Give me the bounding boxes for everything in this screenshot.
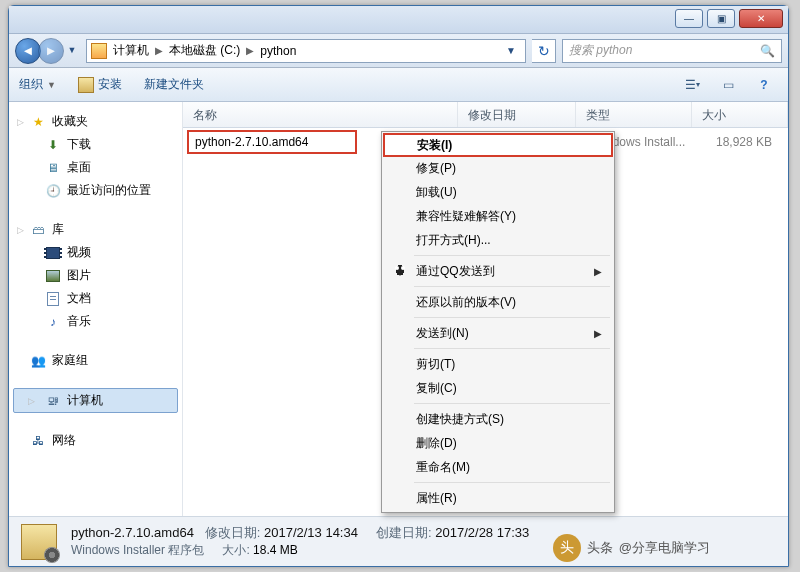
col-size[interactable]: 大小 (692, 102, 788, 127)
watermark-prefix: 头条 (587, 539, 613, 557)
installer-large-icon (21, 524, 57, 560)
ctx-openwith[interactable]: 打开方式(H)... (384, 228, 612, 252)
status-created-label: 创建日期: (376, 525, 432, 540)
video-icon (46, 247, 60, 259)
sidebar-favorites-header[interactable]: ▷★收藏夹 (9, 110, 182, 133)
separator (414, 317, 610, 318)
chevron-right-icon[interactable]: ▶ (240, 45, 260, 56)
preview-pane-button[interactable]: ▭ (714, 74, 742, 96)
titlebar: — ▣ ✕ (9, 6, 788, 34)
status-modified-value: 2017/2/13 14:34 (264, 525, 358, 540)
col-name[interactable]: 名称 (183, 102, 458, 127)
sidebar-item-computer[interactable]: ▷🖳计算机 (13, 388, 178, 413)
forward-button[interactable]: ► (38, 38, 64, 64)
breadcrumb[interactable]: 本地磁盘 (C:) (169, 42, 240, 59)
address-bar: ◄ ► ▼ 计算机▶ 本地磁盘 (C:)▶ python ▼ ↻ 搜索 pyth… (9, 34, 788, 68)
close-button[interactable]: ✕ (739, 9, 783, 28)
separator (414, 286, 610, 287)
sidebar-item-pictures[interactable]: 图片 (9, 264, 182, 287)
sidebar-item-music[interactable]: ♪音乐 (9, 310, 182, 333)
ctx-cut[interactable]: 剪切(T) (384, 352, 612, 376)
sidebar-item-recent[interactable]: 🕘最近访问的位置 (9, 179, 182, 202)
address-box[interactable]: 计算机▶ 本地磁盘 (C:)▶ python ▼ (86, 39, 526, 63)
ctx-copy[interactable]: 复制(C) (384, 376, 612, 400)
ctx-delete[interactable]: 删除(D) (384, 431, 612, 455)
file-name-highlight[interactable]: python-2.7.10.amd64 (187, 130, 357, 154)
col-type[interactable]: 类型 (576, 102, 692, 127)
ctx-shortcut[interactable]: 创建快捷方式(S) (384, 407, 612, 431)
separator (414, 348, 610, 349)
sidebar-item-documents[interactable]: 文档 (9, 287, 182, 310)
view-options-button[interactable]: ☰ ▾ (678, 74, 706, 96)
status-size-label: 大小: (222, 543, 249, 557)
music-icon: ♪ (45, 314, 61, 330)
document-icon (47, 292, 59, 306)
sidebar: ▷★收藏夹 ⬇下载 🖥桌面 🕘最近访问的位置 ▷🗃库 视频 图片 文档 ♪音乐 … (9, 102, 183, 516)
ctx-repair[interactable]: 修复(P) (384, 156, 612, 180)
watermark: 头 头条 @分享电脑学习 (553, 534, 710, 562)
status-filetype: Windows Installer 程序包 (71, 542, 204, 559)
status-size-value: 18.4 MB (253, 543, 298, 557)
search-input[interactable]: 搜索 python 🔍 (562, 39, 782, 63)
help-button[interactable]: ? (750, 74, 778, 96)
search-placeholder: 搜索 python (569, 42, 632, 59)
install-button[interactable]: 安装 (78, 76, 122, 93)
sidebar-network-header[interactable]: ▷🖧网络 (9, 429, 182, 452)
sidebar-item-desktop[interactable]: 🖥桌面 (9, 156, 182, 179)
folder-icon (91, 43, 107, 59)
ctx-install[interactable]: 安装(I) (383, 133, 613, 157)
ctx-qqsend[interactable]: 通过QQ发送到▶ (384, 259, 612, 283)
window-controls: — ▣ ✕ (670, 6, 788, 33)
file-size: 18,928 KB (698, 135, 782, 149)
breadcrumb[interactable]: python (260, 44, 296, 58)
separator (414, 482, 610, 483)
sidebar-item-downloads[interactable]: ⬇下载 (9, 133, 182, 156)
organize-button[interactable]: 组织 ▼ (19, 76, 56, 93)
avatar-icon: 头 (553, 534, 581, 562)
sidebar-homegroup-header[interactable]: ▷👥家庭组 (9, 349, 182, 372)
new-folder-button[interactable]: 新建文件夹 (144, 76, 204, 93)
separator (414, 403, 610, 404)
chevron-right-icon[interactable]: ▶ (149, 45, 169, 56)
recent-icon: 🕘 (45, 183, 61, 199)
nav-history-dropdown[interactable]: ▼ (64, 38, 80, 62)
nav-buttons: ◄ ► ▼ (15, 38, 80, 64)
ctx-compat[interactable]: 兼容性疑难解答(Y) (384, 204, 612, 228)
breadcrumb[interactable]: 计算机 (113, 42, 149, 59)
minimize-button[interactable]: — (675, 9, 703, 28)
ctx-sendto[interactable]: 发送到(N)▶ (384, 321, 612, 345)
homegroup-icon: 👥 (30, 353, 46, 369)
refresh-button[interactable]: ↻ (532, 39, 556, 63)
submenu-arrow-icon: ▶ (594, 328, 602, 339)
column-headers: 名称 修改日期 类型 大小 (183, 102, 788, 128)
download-icon: ⬇ (45, 137, 61, 153)
watermark-handle: @分享电脑学习 (619, 539, 710, 557)
star-icon: ★ (30, 114, 46, 130)
maximize-button[interactable]: ▣ (707, 9, 735, 28)
desktop-icon: 🖥 (45, 160, 61, 176)
status-modified-label: 修改日期: (205, 525, 261, 540)
sidebar-item-videos[interactable]: 视频 (9, 241, 182, 264)
ctx-properties[interactable]: 属性(R) (384, 486, 612, 510)
separator (414, 255, 610, 256)
col-modified[interactable]: 修改日期 (458, 102, 576, 127)
address-dropdown[interactable]: ▼ (501, 41, 521, 61)
installer-icon (78, 77, 94, 93)
toolbar: 组织 ▼ 安装 新建文件夹 ☰ ▾ ▭ ? (9, 68, 788, 102)
qq-icon (392, 263, 408, 279)
library-icon: 🗃 (30, 222, 46, 238)
sidebar-libraries-header[interactable]: ▷🗃库 (9, 218, 182, 241)
status-filename: python-2.7.10.amd64 (71, 525, 194, 540)
network-icon: 🖧 (30, 433, 46, 449)
picture-icon (46, 270, 60, 282)
file-name: python-2.7.10.amd64 (195, 135, 308, 149)
context-menu: 安装(I) 修复(P) 卸载(U) 兼容性疑难解答(Y) 打开方式(H)... … (381, 131, 615, 513)
computer-icon: 🖳 (45, 393, 61, 409)
ctx-rename[interactable]: 重命名(M) (384, 455, 612, 479)
status-created-value: 2017/2/28 17:33 (435, 525, 529, 540)
ctx-restore[interactable]: 还原以前的版本(V) (384, 290, 612, 314)
submenu-arrow-icon: ▶ (594, 266, 602, 277)
search-icon: 🔍 (760, 44, 775, 58)
ctx-uninstall[interactable]: 卸载(U) (384, 180, 612, 204)
